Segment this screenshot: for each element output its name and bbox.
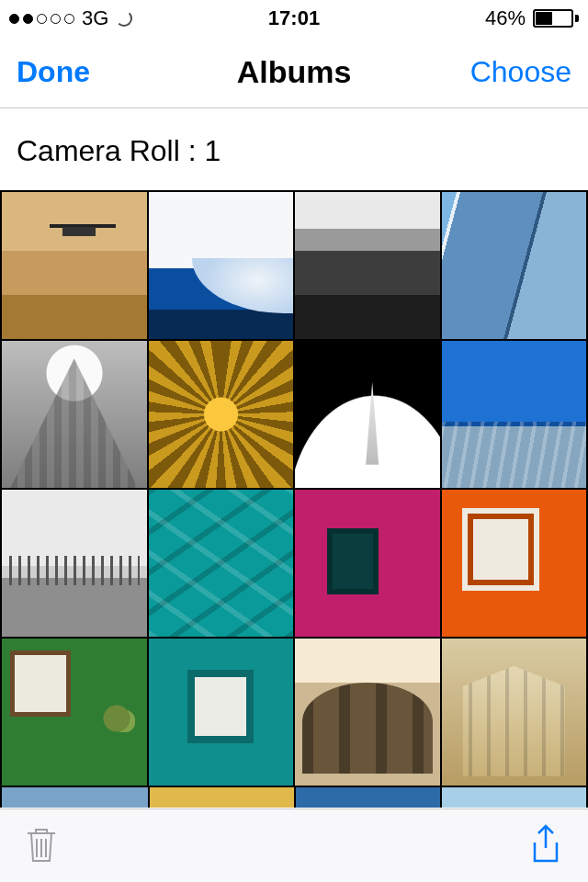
battery-icon [533, 9, 579, 28]
photo-thumbnail[interactable] [295, 490, 440, 637]
trash-button[interactable] [24, 824, 59, 867]
trash-icon [24, 824, 59, 865]
choose-button[interactable]: Choose [470, 55, 571, 89]
battery-percent: 46% [485, 6, 526, 30]
share-button[interactable] [527, 822, 564, 869]
carrier-label: 3G [82, 6, 108, 30]
network-activity-icon [116, 10, 132, 27]
bottom-toolbar [0, 808, 588, 882]
photo-thumbnail[interactable] [295, 341, 440, 488]
album-name-label: Camera Roll : 1 [0, 108, 588, 190]
photo-thumbnail[interactable] [149, 490, 294, 637]
photo-thumbnail[interactable] [442, 192, 587, 339]
nav-bar: Done Albums Choose [0, 37, 588, 108]
done-button[interactable]: Done [17, 55, 90, 89]
photo-thumbnail[interactable] [442, 639, 587, 786]
photo-thumbnail[interactable] [2, 192, 147, 339]
photo-thumbnail[interactable] [295, 639, 440, 786]
photo-grid-overflow [0, 787, 588, 808]
photo-thumbnail[interactable] [2, 639, 147, 786]
share-icon [527, 822, 564, 866]
signal-strength-icon [9, 14, 74, 24]
photo-thumbnail[interactable] [2, 341, 147, 488]
photo-thumbnail[interactable] [295, 192, 440, 339]
photo-thumbnail[interactable] [149, 192, 294, 339]
photo-thumbnail[interactable] [2, 490, 147, 637]
photo-thumbnail[interactable] [442, 490, 587, 637]
photo-thumbnail[interactable] [149, 639, 294, 786]
photo-thumbnail[interactable] [149, 341, 294, 488]
photo-thumbnail[interactable] [442, 341, 587, 488]
photo-grid [0, 190, 588, 787]
status-bar: 3G 17:01 46% [0, 0, 588, 37]
